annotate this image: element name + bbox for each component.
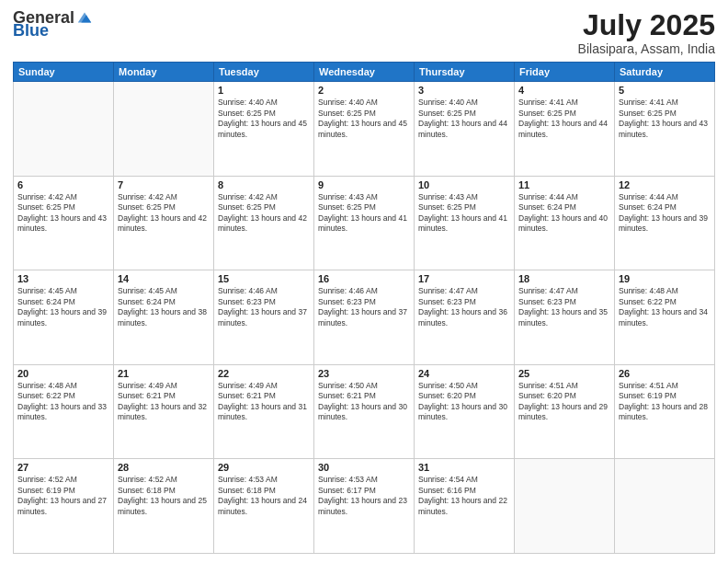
- col-saturday: Saturday: [615, 63, 715, 82]
- day-info: Sunrise: 4:41 AMSunset: 6:25 PMDaylight:…: [619, 98, 711, 140]
- table-row: 9Sunrise: 4:43 AMSunset: 6:25 PMDaylight…: [314, 176, 415, 270]
- table-row: 30Sunrise: 4:53 AMSunset: 6:17 PMDayligh…: [314, 459, 415, 554]
- day-info: Sunrise: 4:47 AMSunset: 6:23 PMDaylight:…: [418, 286, 510, 328]
- table-row: 6Sunrise: 4:42 AMSunset: 6:25 PMDaylight…: [14, 176, 114, 270]
- day-number: 5: [619, 85, 711, 96]
- calendar-week-row: 1Sunrise: 4:40 AMSunset: 6:25 PMDaylight…: [14, 82, 715, 177]
- table-row: 28Sunrise: 4:52 AMSunset: 6:18 PMDayligh…: [114, 459, 214, 554]
- col-tuesday: Tuesday: [214, 63, 314, 82]
- day-number: 19: [619, 273, 711, 284]
- day-info: Sunrise: 4:48 AMSunset: 6:22 PMDaylight:…: [17, 381, 109, 423]
- calendar-week-row: 20Sunrise: 4:48 AMSunset: 6:22 PMDayligh…: [14, 364, 715, 459]
- table-row: 16Sunrise: 4:46 AMSunset: 6:23 PMDayligh…: [314, 270, 415, 365]
- calendar-week-row: 6Sunrise: 4:42 AMSunset: 6:25 PMDaylight…: [14, 176, 715, 270]
- day-info: Sunrise: 4:54 AMSunset: 6:16 PMDaylight:…: [418, 475, 510, 517]
- table-row: [14, 82, 114, 177]
- table-row: 24Sunrise: 4:50 AMSunset: 6:20 PMDayligh…: [415, 364, 515, 459]
- title-location: Bilasipara, Assam, India: [578, 41, 715, 56]
- day-info: Sunrise: 4:47 AMSunset: 6:23 PMDaylight:…: [518, 286, 610, 328]
- day-info: Sunrise: 4:44 AMSunset: 6:24 PMDaylight:…: [619, 192, 711, 235]
- title-month: July 2025: [578, 9, 715, 41]
- day-info: Sunrise: 4:51 AMSunset: 6:19 PMDaylight:…: [619, 381, 711, 423]
- table-row: 21Sunrise: 4:49 AMSunset: 6:21 PMDayligh…: [114, 364, 214, 459]
- day-number: 31: [418, 462, 510, 473]
- table-row: 26Sunrise: 4:51 AMSunset: 6:19 PMDayligh…: [615, 364, 715, 459]
- day-info: Sunrise: 4:46 AMSunset: 6:23 PMDaylight:…: [218, 286, 310, 328]
- page: General Blue July 2025 Bilasipara, Assam…: [0, 0, 728, 563]
- day-info: Sunrise: 4:43 AMSunset: 6:25 PMDaylight:…: [318, 192, 410, 235]
- table-row: [615, 459, 715, 554]
- day-number: 16: [318, 273, 410, 284]
- day-number: 7: [118, 179, 210, 190]
- day-info: Sunrise: 4:40 AMSunset: 6:25 PMDaylight:…: [318, 98, 410, 140]
- day-number: 26: [619, 368, 711, 379]
- table-row: [515, 459, 615, 554]
- day-info: Sunrise: 4:52 AMSunset: 6:19 PMDaylight:…: [17, 475, 109, 517]
- calendar-table: Sunday Monday Tuesday Wednesday Thursday…: [13, 62, 715, 554]
- day-number: 2: [318, 85, 410, 96]
- day-number: 8: [218, 179, 310, 190]
- table-row: 31Sunrise: 4:54 AMSunset: 6:16 PMDayligh…: [415, 459, 515, 554]
- day-info: Sunrise: 4:40 AMSunset: 6:25 PMDaylight:…: [418, 98, 510, 140]
- day-info: Sunrise: 4:49 AMSunset: 6:21 PMDaylight:…: [218, 381, 310, 423]
- table-row: 10Sunrise: 4:43 AMSunset: 6:25 PMDayligh…: [415, 176, 515, 270]
- table-row: 22Sunrise: 4:49 AMSunset: 6:21 PMDayligh…: [214, 364, 314, 459]
- day-number: 9: [318, 179, 410, 190]
- day-number: 13: [17, 273, 109, 284]
- day-info: Sunrise: 4:51 AMSunset: 6:20 PMDaylight:…: [518, 381, 610, 423]
- col-friday: Friday: [515, 63, 615, 82]
- day-number: 12: [619, 179, 711, 190]
- day-number: 17: [418, 273, 510, 284]
- table-row: 25Sunrise: 4:51 AMSunset: 6:20 PMDayligh…: [515, 364, 615, 459]
- table-row: 5Sunrise: 4:41 AMSunset: 6:25 PMDaylight…: [615, 82, 715, 177]
- table-row: 7Sunrise: 4:42 AMSunset: 6:25 PMDaylight…: [114, 176, 214, 270]
- logo-blue: Blue: [13, 22, 49, 39]
- table-row: 14Sunrise: 4:45 AMSunset: 6:24 PMDayligh…: [114, 270, 214, 365]
- header: General Blue July 2025 Bilasipara, Assam…: [13, 9, 715, 56]
- table-row: 17Sunrise: 4:47 AMSunset: 6:23 PMDayligh…: [415, 270, 515, 365]
- day-info: Sunrise: 4:41 AMSunset: 6:25 PMDaylight:…: [518, 98, 610, 140]
- day-number: 6: [17, 179, 109, 190]
- col-wednesday: Wednesday: [314, 63, 415, 82]
- day-info: Sunrise: 4:42 AMSunset: 6:25 PMDaylight:…: [118, 192, 210, 235]
- day-number: 14: [118, 273, 210, 284]
- day-number: 23: [318, 368, 410, 379]
- day-info: Sunrise: 4:46 AMSunset: 6:23 PMDaylight:…: [318, 286, 410, 328]
- day-number: 27: [17, 462, 109, 473]
- day-info: Sunrise: 4:45 AMSunset: 6:24 PMDaylight:…: [118, 286, 210, 328]
- col-thursday: Thursday: [415, 63, 515, 82]
- day-info: Sunrise: 4:42 AMSunset: 6:25 PMDaylight:…: [218, 192, 310, 235]
- table-row: 15Sunrise: 4:46 AMSunset: 6:23 PMDayligh…: [214, 270, 314, 365]
- day-number: 28: [118, 462, 210, 473]
- table-row: 2Sunrise: 4:40 AMSunset: 6:25 PMDaylight…: [314, 82, 415, 177]
- col-monday: Monday: [114, 63, 214, 82]
- table-row: 12Sunrise: 4:44 AMSunset: 6:24 PMDayligh…: [615, 176, 715, 270]
- calendar-week-row: 13Sunrise: 4:45 AMSunset: 6:24 PMDayligh…: [14, 270, 715, 365]
- day-number: 24: [418, 368, 510, 379]
- table-row: 3Sunrise: 4:40 AMSunset: 6:25 PMDaylight…: [415, 82, 515, 177]
- calendar-header-row: Sunday Monday Tuesday Wednesday Thursday…: [14, 63, 715, 82]
- table-row: 27Sunrise: 4:52 AMSunset: 6:19 PMDayligh…: [14, 459, 114, 554]
- day-number: 15: [218, 273, 310, 284]
- day-number: 20: [17, 368, 109, 379]
- day-number: 10: [418, 179, 510, 190]
- table-row: 23Sunrise: 4:50 AMSunset: 6:21 PMDayligh…: [314, 364, 415, 459]
- logo: General Blue: [13, 9, 93, 39]
- day-info: Sunrise: 4:53 AMSunset: 6:17 PMDaylight:…: [318, 475, 410, 517]
- day-number: 29: [218, 462, 310, 473]
- table-row: 18Sunrise: 4:47 AMSunset: 6:23 PMDayligh…: [515, 270, 615, 365]
- table-row: 20Sunrise: 4:48 AMSunset: 6:22 PMDayligh…: [14, 364, 114, 459]
- day-number: 25: [518, 368, 610, 379]
- day-info: Sunrise: 4:48 AMSunset: 6:22 PMDaylight:…: [619, 286, 711, 328]
- day-number: 30: [318, 462, 410, 473]
- table-row: 13Sunrise: 4:45 AMSunset: 6:24 PMDayligh…: [14, 270, 114, 365]
- table-row: 29Sunrise: 4:53 AMSunset: 6:18 PMDayligh…: [214, 459, 314, 554]
- table-row: [114, 82, 214, 177]
- day-number: 18: [518, 273, 610, 284]
- table-row: 19Sunrise: 4:48 AMSunset: 6:22 PMDayligh…: [615, 270, 715, 365]
- day-number: 4: [518, 85, 610, 96]
- day-info: Sunrise: 4:44 AMSunset: 6:24 PMDaylight:…: [518, 192, 610, 235]
- calendar-week-row: 27Sunrise: 4:52 AMSunset: 6:19 PMDayligh…: [14, 459, 715, 554]
- day-number: 21: [118, 368, 210, 379]
- day-info: Sunrise: 4:43 AMSunset: 6:25 PMDaylight:…: [418, 192, 510, 235]
